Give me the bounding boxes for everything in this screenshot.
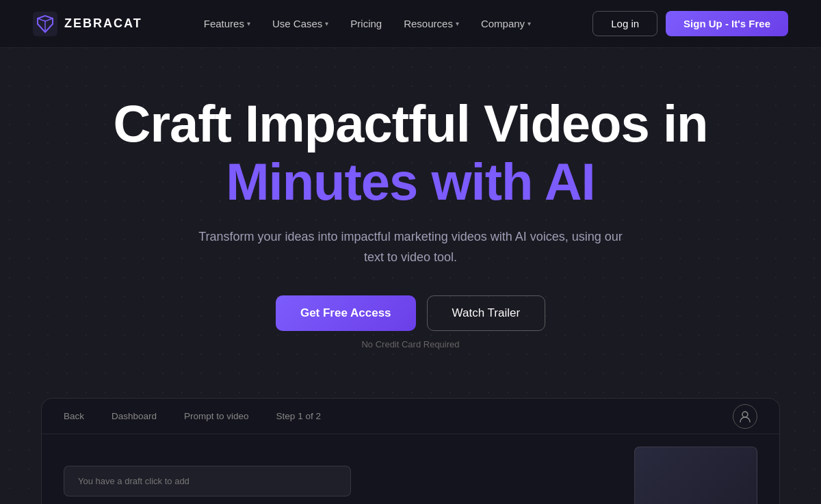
hero-subtitle: Transform your ideas into impactful mark… (192, 227, 629, 267)
app-draft-box: You have a draft click to add (64, 466, 351, 496)
nav-item-company[interactable]: Company ▾ (471, 12, 540, 35)
nav-actions: Log in Sign Up - It's Free (592, 11, 788, 36)
nav-item-pricing[interactable]: Pricing (341, 12, 391, 35)
app-preview: Back Dashboard Prompt to video Step 1 of… (41, 398, 780, 504)
app-prompt: Prompt to video (184, 411, 249, 421)
logo-link[interactable]: ZEBRACAT (33, 12, 142, 36)
hero-title-line1: Craft Impactful Videos in (114, 94, 708, 152)
logo-text: ZEBRACAT (64, 16, 142, 31)
nav-item-resources[interactable]: Resources ▾ (394, 12, 469, 35)
logo-icon (33, 12, 57, 36)
svg-point-1 (742, 412, 748, 417)
hero-title-line2: Minutes with AI (226, 152, 595, 211)
signup-button[interactable]: Sign Up - It's Free (666, 11, 788, 36)
app-dashboard: Dashboard (112, 411, 157, 421)
nav-links: Features ▾ Use Cases ▾ Pricing Resources… (194, 12, 540, 35)
chevron-down-icon: ▾ (456, 20, 459, 27)
hero-buttons: Get Free Access Watch Trailer (276, 295, 545, 331)
avatar (733, 404, 757, 429)
app-topbar: Back Dashboard Prompt to video Step 1 of… (42, 399, 779, 434)
get-free-access-button[interactable]: Get Free Access (276, 295, 416, 331)
nav-item-features[interactable]: Features ▾ (194, 12, 260, 35)
app-step: Step 1 of 2 (276, 411, 321, 421)
app-video-thumbnail (634, 447, 757, 504)
app-content: You have a draft click to add (42, 434, 779, 504)
hero-section: Craft Impactful Videos in Minutes with A… (0, 48, 821, 349)
navbar: ZEBRACAT Features ▾ Use Cases ▾ Pricing … (0, 0, 821, 48)
nav-item-usecases[interactable]: Use Cases ▾ (263, 12, 338, 35)
login-button[interactable]: Log in (592, 11, 657, 36)
hero-title: Craft Impactful Videos in Minutes with A… (114, 94, 708, 211)
chevron-down-icon: ▾ (247, 20, 250, 27)
app-back: Back (64, 411, 84, 421)
hero-note: No Credit Card Required (361, 339, 459, 349)
chevron-down-icon: ▾ (325, 20, 328, 27)
chevron-down-icon: ▾ (527, 20, 531, 27)
watch-trailer-button[interactable]: Watch Trailer (427, 295, 546, 331)
